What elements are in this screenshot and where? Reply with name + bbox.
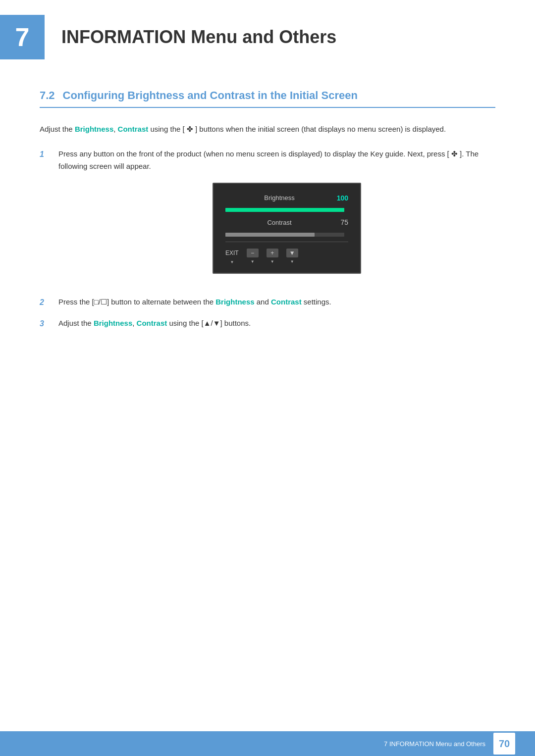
step-2-content: Press the [□/☐] button to alternate betw… [58, 296, 495, 308]
page-number: 70 [493, 733, 515, 755]
intro-contrast-label: Contrast [118, 125, 149, 133]
step-2-brightness-label: Brightness [215, 298, 254, 306]
osd-contrast-bar-container [225, 233, 348, 237]
step-3-number: 3 [40, 317, 50, 330]
osd-exit-arrow: ▼ [230, 259, 234, 266]
osd-divider [225, 242, 348, 242]
chapter-header: 7 INFORMATION Menu and Others [0, 0, 535, 69]
page-footer: 7 INFORMATION Menu and Others 70 [0, 731, 535, 756]
osd-exit-col: EXIT ▼ [225, 248, 239, 266]
chapter-title: INFORMATION Menu and Others [56, 15, 336, 59]
osd-menu-symbol: ▼ [289, 248, 295, 258]
osd-container: Brightness 100 Contrast 75 [78, 183, 495, 274]
step-3-contrast-label: Contrast [137, 319, 167, 327]
osd-screen: Brightness 100 Contrast 75 [213, 183, 361, 274]
step-3-brightness-label: Brightness [94, 319, 132, 327]
chapter-number: 7 [15, 22, 30, 52]
chapter-number-block: 7 [0, 15, 45, 59]
osd-menu-arrow: ▼ [290, 258, 294, 265]
osd-contrast-label-row: Contrast 75 [225, 217, 348, 229]
osd-brightness-label: Brightness [225, 193, 333, 203]
step-3: 3 Adjust the Brightness, Contrast using … [40, 317, 495, 330]
intro-brightness-label: Brightness [75, 125, 113, 133]
step-3-content: Adjust the Brightness, Contrast using th… [58, 317, 495, 330]
section-number: 7.2 [40, 89, 55, 102]
osd-minus-arrow: ▼ [251, 258, 255, 265]
osd-brightness-label-row: Brightness 100 [225, 193, 348, 204]
step-2-contrast-label: Contrast [271, 298, 302, 306]
content-area: 7.2 Configuring Brightness and Contrast … [0, 79, 535, 378]
section-title: Configuring Brightness and Contrast in t… [63, 89, 358, 102]
step-2-number: 2 [40, 296, 50, 309]
osd-brightness-bar-container [225, 208, 348, 212]
step-1-text: Press any button on the front of the pro… [58, 150, 479, 171]
osd-plus-col: + ▼ [267, 249, 278, 265]
osd-minus-symbol: − [251, 248, 254, 258]
osd-contrast-fill [225, 233, 315, 237]
osd-menu-col: ▼ ▼ [286, 249, 298, 265]
step-1-number: 1 [40, 148, 50, 161]
osd-brightness-track [225, 208, 344, 212]
osd-plus-symbol: + [270, 248, 274, 258]
footer-text: 7 INFORMATION Menu and Others [384, 740, 485, 748]
osd-plus-button[interactable]: + [267, 249, 278, 257]
osd-minus-button[interactable]: − [247, 249, 259, 257]
osd-brightness-fill [225, 208, 344, 212]
osd-contrast-value: 75 [333, 217, 348, 229]
steps-list: 1 Press any button on the front of the p… [40, 148, 495, 331]
step-1: 1 Press any button on the front of the p… [40, 148, 495, 288]
osd-minus-col: − ▼ [247, 249, 259, 265]
step-2: 2 Press the [□/☐] button to alternate be… [40, 296, 495, 309]
osd-bottom-row: EXIT ▼ − ▼ [225, 246, 348, 266]
section-heading: 7.2 Configuring Brightness and Contrast … [40, 89, 495, 108]
osd-contrast-label: Contrast [225, 217, 333, 228]
osd-plus-arrow: ▼ [270, 258, 274, 265]
osd-exit-label: EXIT [225, 248, 239, 258]
intro-paragraph: Adjust the Brightness, Contrast using th… [40, 123, 495, 136]
step-1-content: Press any button on the front of the pro… [58, 148, 495, 288]
osd-brightness-value: 100 [333, 193, 348, 204]
osd-menu-button[interactable]: ▼ [286, 249, 298, 257]
osd-contrast-track [225, 233, 344, 237]
